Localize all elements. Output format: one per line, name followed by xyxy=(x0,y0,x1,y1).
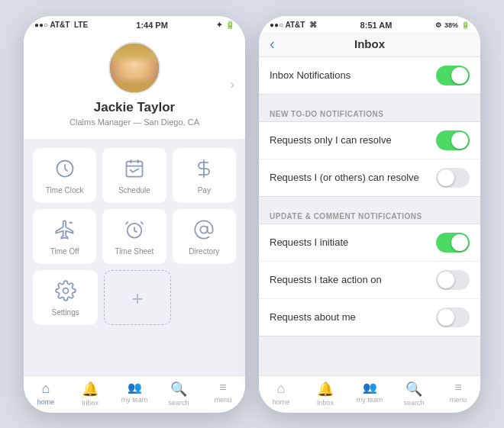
plane-icon xyxy=(54,219,76,243)
nav-search-2[interactable]: 🔍 search xyxy=(392,381,436,407)
battery-status-2: 38% xyxy=(444,21,458,29)
plus-icon: + xyxy=(131,288,143,308)
new-todo-group: Requests only I can resolve Requests I (… xyxy=(259,121,480,197)
requests-only-row: Requests only I can resolve xyxy=(259,122,480,159)
team-nav-label: my team xyxy=(121,396,148,404)
grid-item-time-off[interactable]: Time Off xyxy=(33,209,96,264)
time-sheet-label: Time Sheet xyxy=(115,247,154,256)
toggle-knob-3 xyxy=(438,169,454,186)
time-off-label: Time Off xyxy=(50,247,79,256)
requests-action-row: Requests I take action on xyxy=(259,262,480,299)
phone-home: ●●○ AT&T LTE 1:44 PM ✦ 🔋 Jackie Taylor C… xyxy=(24,16,245,413)
home-nav-label: home xyxy=(37,398,55,406)
status-left-2: ●●○ AT&T ⌘ xyxy=(270,21,317,29)
pay-label: Pay xyxy=(198,186,211,195)
inbox-nav-icon-2: 🔔 xyxy=(317,381,334,397)
grid-item-schedule[interactable]: Schedule xyxy=(102,148,166,203)
grid-item-time-sheet[interactable]: Time Sheet xyxy=(102,209,166,264)
requests-others-label: Requests I (or others) can resolve xyxy=(270,172,419,183)
menu-nav-label-2: menu xyxy=(450,396,467,404)
avatar-hair-sides xyxy=(110,77,159,92)
inbox-notif-label: Inbox Notifications xyxy=(270,69,351,81)
gear-icon xyxy=(55,280,76,304)
home-nav-icon: ⌂ xyxy=(42,381,50,397)
nav-menu[interactable]: ≡ menu xyxy=(201,381,245,407)
inbox-nav-icon: 🔔 xyxy=(82,381,99,397)
nav-home-2[interactable]: ⌂ home xyxy=(259,381,303,407)
update-comment-section: UPDATE & COMMENT NOTIFICATIONS Requests … xyxy=(259,203,480,336)
update-comment-header: UPDATE & COMMENT NOTIFICATIONS xyxy=(259,203,480,224)
grid-item-pay[interactable]: Pay xyxy=(173,148,236,203)
toggle-knob-6 xyxy=(438,309,454,326)
directory-label: Directory xyxy=(189,247,219,256)
nav-search[interactable]: 🔍 search xyxy=(157,381,201,407)
phones-container: ●●○ AT&T LTE 1:44 PM ✦ 🔋 Jackie Taylor C… xyxy=(8,1,496,428)
status-time-2: 8:51 AM xyxy=(360,21,393,30)
requests-about-row: Requests about me xyxy=(259,299,480,336)
settings-scroll: Inbox Notifications NEW TO-DO NOTIFICATI… xyxy=(259,57,480,375)
profile-subtitle: Claims Manager — San Diego, CA xyxy=(69,117,199,127)
svg-rect-1 xyxy=(126,161,142,176)
at-icon xyxy=(193,219,215,243)
requests-only-label: Requests only I can resolve xyxy=(270,134,392,146)
bottom-nav-inbox: ⌂ home 🔔 Inbox 👥 my team 🔍 search ≡ xyxy=(259,375,480,413)
bluetooth-icon: ✦ xyxy=(216,21,222,29)
menu-nav-icon: ≡ xyxy=(219,381,226,394)
requests-initiate-toggle[interactable] xyxy=(436,233,470,253)
settings-label: Settings xyxy=(52,308,79,317)
calendar-icon xyxy=(124,158,145,182)
search-nav-label: search xyxy=(168,399,189,407)
nav-my-team-2[interactable]: 👥 my team xyxy=(347,381,392,407)
requests-others-toggle[interactable] xyxy=(436,168,470,188)
grid-item-time-clock[interactable]: Time Clock xyxy=(33,148,96,203)
nav-inbox[interactable]: 🔔 Inbox xyxy=(68,381,112,407)
nav-menu-2[interactable]: ≡ menu xyxy=(436,381,480,407)
nav-inbox-2[interactable]: 🔔 Inbox xyxy=(303,381,347,407)
team-nav-label-2: my team xyxy=(357,396,383,404)
toggle-knob-4 xyxy=(451,234,468,251)
inbox-nav-label: Inbox xyxy=(82,399,99,407)
grid-row-2: Time Off Time Sheet xyxy=(33,209,236,264)
home-nav-icon-2: ⌂ xyxy=(277,381,286,397)
requests-action-toggle[interactable] xyxy=(436,270,470,290)
new-todo-header: NEW TO-DO NOTIFICATIONS xyxy=(259,101,480,121)
profile-name: Jackie Taylor xyxy=(94,100,175,115)
requests-only-toggle[interactable] xyxy=(436,130,470,150)
nav-home[interactable]: ⌂ home xyxy=(24,381,68,407)
menu-nav-icon-2: ≡ xyxy=(454,381,461,394)
inbox-nav-label-2: Inbox xyxy=(317,399,334,407)
inbox-title: Inbox xyxy=(354,37,385,50)
toggle-knob-5 xyxy=(438,272,454,288)
inbox-notif-toggle[interactable] xyxy=(436,66,470,85)
requests-others-row: Requests I (or others) can resolve xyxy=(259,159,480,196)
bottom-nav-home: ⌂ home 🔔 Inbox 👥 my team 🔍 search ≡ menu xyxy=(24,375,245,413)
requests-initiate-label: Requests I initiate xyxy=(270,237,348,248)
signal-carrier-2: ●●○ AT&T ⌘ xyxy=(270,21,317,29)
grid-item-directory[interactable]: Directory xyxy=(173,209,236,264)
profile-chevron-icon[interactable]: › xyxy=(231,78,234,92)
grid-spacer xyxy=(177,270,236,325)
grid-row-1: Time Clock Sch xyxy=(33,148,236,203)
home-content: Jackie Taylor Claims Manager — San Diego… xyxy=(24,31,245,375)
team-nav-icon-2: 👥 xyxy=(363,381,377,394)
alarm-icon xyxy=(124,219,145,243)
search-nav-icon-2: 🔍 xyxy=(405,381,422,397)
requests-action-label: Requests I take action on xyxy=(270,274,382,285)
svg-point-7 xyxy=(201,226,208,233)
requests-about-toggle[interactable] xyxy=(436,307,470,327)
requests-about-label: Requests about me xyxy=(270,311,356,323)
team-nav-icon: 👥 xyxy=(128,381,142,394)
grid-item-settings[interactable]: Settings xyxy=(33,270,98,325)
search-nav-label-2: search xyxy=(403,399,424,407)
battery-status: 🔋 xyxy=(225,21,234,29)
status-right: ✦ 🔋 xyxy=(216,21,234,29)
nav-my-team[interactable]: 👥 my team xyxy=(112,381,157,407)
clock-icon xyxy=(54,158,76,182)
battery-icon: 🔋 xyxy=(461,21,470,29)
requests-initiate-row: Requests I initiate xyxy=(259,224,480,262)
back-button[interactable]: ‹ xyxy=(270,35,275,53)
grid-item-add[interactable]: + xyxy=(104,270,170,325)
toggle-knob-2 xyxy=(451,132,468,149)
dollar-icon xyxy=(193,158,215,182)
inbox-nav-header: ‹ Inbox xyxy=(259,31,480,57)
